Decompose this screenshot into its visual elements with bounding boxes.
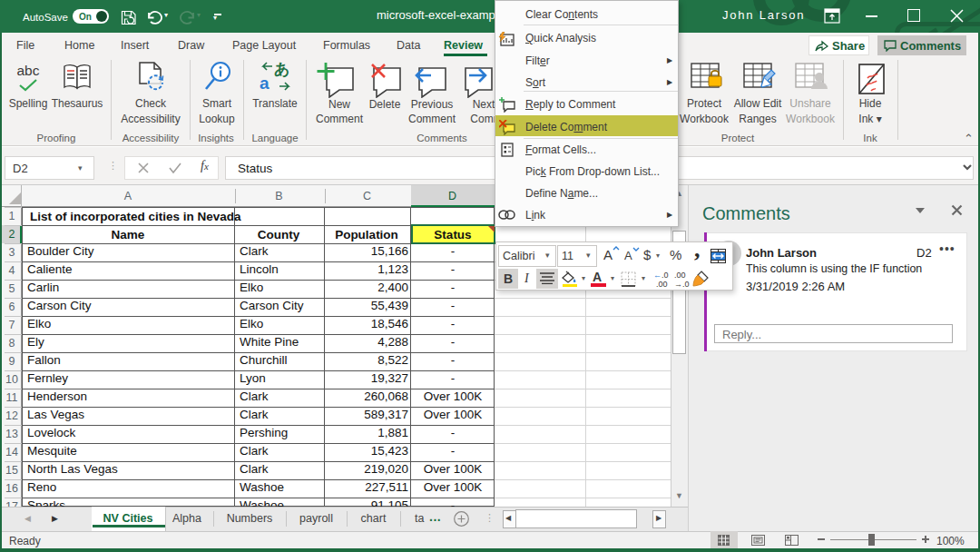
svg-text:a: a xyxy=(260,74,270,92)
svg-text:あ: あ xyxy=(274,61,289,78)
